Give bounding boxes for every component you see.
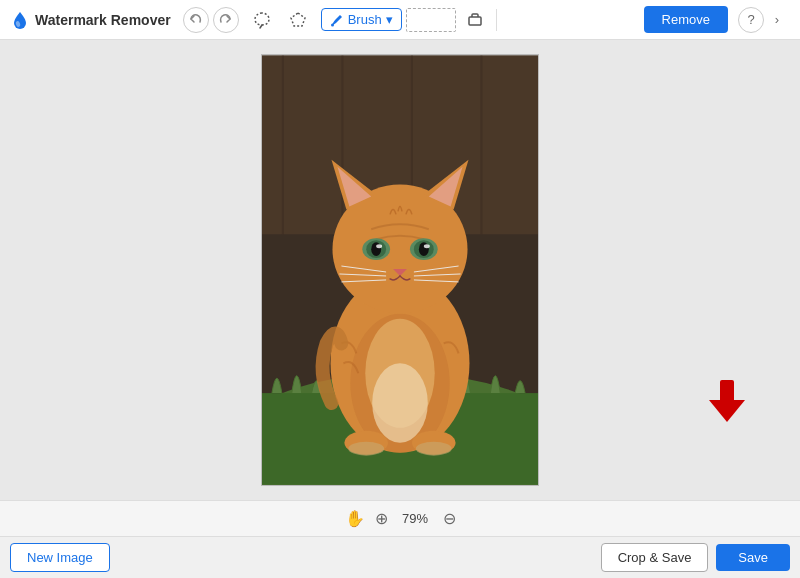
svg-rect-5 (282, 56, 284, 235)
brush-dropdown-icon: ▾ (386, 12, 393, 27)
hand-tool-icon[interactable]: ✋ (345, 509, 365, 528)
app-logo: Watermark Remover (10, 10, 171, 30)
arrow-indicator (709, 380, 745, 422)
remove-button[interactable]: Remove (644, 6, 728, 33)
redo-button[interactable] (213, 7, 239, 33)
brush-label: Brush (348, 12, 382, 27)
brush-tool-button[interactable]: Brush ▾ (321, 8, 402, 31)
svg-point-18 (416, 442, 452, 456)
svg-point-14 (372, 363, 428, 442)
svg-point-17 (348, 442, 384, 456)
svg-rect-6 (341, 56, 343, 235)
expand-button[interactable]: › (764, 7, 790, 33)
nav-buttons (183, 7, 239, 33)
zoom-in-icon[interactable]: ⊕ (375, 509, 388, 528)
zoom-percent: 79% (398, 511, 433, 526)
polygon-tool-button[interactable] (283, 6, 313, 34)
new-image-button[interactable]: New Image (10, 543, 110, 572)
svg-point-27 (424, 244, 430, 248)
save-button[interactable]: Save (716, 544, 790, 571)
app-title: Watermark Remover (35, 12, 171, 28)
toolbar-separator (496, 9, 497, 31)
svg-point-1 (331, 23, 334, 26)
undo-button[interactable] (183, 7, 209, 33)
logo-icon (10, 10, 30, 30)
help-button[interactable]: ? (738, 7, 764, 33)
svg-point-23 (376, 244, 382, 248)
crop-save-button[interactable]: Crop & Save (601, 543, 709, 572)
zoom-out-icon[interactable]: ⊖ (443, 509, 456, 528)
svg-rect-2 (469, 17, 481, 25)
zoom-bar: ✋ ⊕ 79% ⊖ (0, 500, 800, 536)
image-container[interactable] (261, 54, 539, 486)
erase-tool-button[interactable] (460, 6, 490, 34)
header: Watermark Remover Brush ▾ Remove ? › (0, 0, 800, 40)
canvas-area (0, 40, 800, 500)
tool-buttons (247, 6, 313, 34)
kitten-image (262, 55, 538, 485)
footer: New Image Crop & Save Save (0, 536, 800, 578)
lasso-tool-button[interactable] (247, 6, 277, 34)
svg-rect-8 (480, 56, 482, 235)
